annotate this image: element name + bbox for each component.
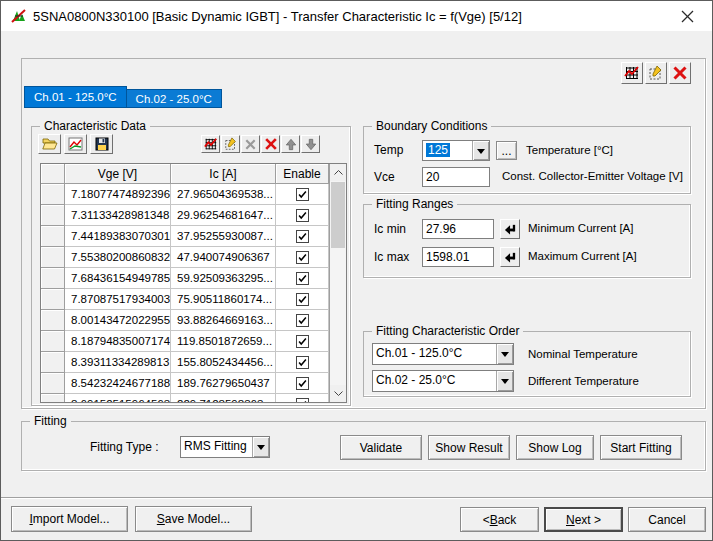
delete-point-button-disabled[interactable] xyxy=(241,135,260,153)
vge-cell[interactable]: 8.00143472022955 xyxy=(65,310,171,331)
different-temp-combobox[interactable]: Ch.02 - 25.0°C xyxy=(372,370,514,392)
ic-cell[interactable]: 93.88264669163... xyxy=(171,310,276,331)
scroll-down-button[interactable] xyxy=(330,385,346,402)
table-scrollbar[interactable] xyxy=(329,164,346,402)
vce-label: Vce xyxy=(374,170,395,184)
delete-all-button[interactable] xyxy=(261,135,280,153)
enable-checkbox[interactable] xyxy=(296,398,309,403)
import-model-button[interactable]: Import Model... xyxy=(11,506,128,532)
row-selector[interactable] xyxy=(41,331,65,352)
row-selector[interactable] xyxy=(41,394,65,402)
enable-cell xyxy=(276,268,329,289)
vce-input[interactable]: 20 xyxy=(422,167,490,187)
enable-checkbox[interactable] xyxy=(296,188,309,201)
ic-min-input[interactable]: 27.96 xyxy=(422,219,494,239)
row-selector[interactable] xyxy=(41,247,65,268)
vge-cell[interactable]: 7.68436154949785 xyxy=(65,268,171,289)
vge-cell[interactable]: 8.54232424677188 xyxy=(65,373,171,394)
row-selector[interactable] xyxy=(41,205,65,226)
row-selector[interactable] xyxy=(41,310,65,331)
show-graph-button[interactable] xyxy=(201,135,220,153)
enable-checkbox[interactable] xyxy=(296,356,309,369)
ic-cell[interactable]: 119.8501872659... xyxy=(171,331,276,352)
temp-combobox[interactable]: 125 xyxy=(422,140,490,161)
ic-cell[interactable]: 75.90511860174... xyxy=(171,289,276,310)
plot-data-button[interactable] xyxy=(64,134,87,154)
next-button[interactable]: Next > xyxy=(544,507,623,532)
save-data-button[interactable] xyxy=(90,134,113,154)
ic-cell[interactable]: 37.95255930087... xyxy=(171,226,276,247)
chevron-down-icon[interactable] xyxy=(496,344,513,364)
vge-cell[interactable]: 8.69152515964563 xyxy=(65,394,171,402)
header-vge[interactable]: Vge [V] xyxy=(65,164,171,184)
vge-cell[interactable]: 8.39311334289813 xyxy=(65,352,171,373)
table-row: 8.0014347202295593.88264669163... xyxy=(41,310,329,331)
enable-checkbox[interactable] xyxy=(296,293,309,306)
vge-cell[interactable]: 7.44189383070301 xyxy=(65,226,171,247)
ic-cell[interactable]: 29.96254681647... xyxy=(171,205,276,226)
row-selector[interactable] xyxy=(41,184,65,205)
open-data-button[interactable] xyxy=(38,134,61,154)
chevron-down-icon[interactable] xyxy=(252,437,269,457)
chevron-down-icon[interactable] xyxy=(472,141,489,160)
vge-cell[interactable]: 8.18794835007174 xyxy=(65,331,171,352)
header-enable[interactable]: Enable xyxy=(276,164,329,184)
close-button[interactable] xyxy=(670,1,704,31)
ic-cell[interactable]: 59.92509363295... xyxy=(171,268,276,289)
move-down-icon xyxy=(305,138,317,151)
fitting-type-combobox[interactable]: RMS Fitting xyxy=(180,436,270,458)
row-selector[interactable] xyxy=(41,352,65,373)
tab-ch02[interactable]: Ch.02 - 25.0°C xyxy=(127,89,222,108)
vge-cell[interactable]: 7.31133428981348 xyxy=(65,205,171,226)
row-selector[interactable] xyxy=(41,373,65,394)
row-selector[interactable] xyxy=(41,226,65,247)
enable-checkbox[interactable] xyxy=(296,209,309,222)
group-label: Fitting Characteristic Order xyxy=(372,324,523,338)
chevron-down-icon[interactable] xyxy=(496,371,513,391)
ic-max-input[interactable]: 1598.01 xyxy=(422,247,494,267)
ic-max-revert-button[interactable] xyxy=(500,247,520,267)
enable-checkbox[interactable] xyxy=(296,230,309,243)
temp-label: Temp xyxy=(374,143,403,157)
show-graph-button[interactable] xyxy=(621,62,643,84)
cancel-button[interactable]: Cancel xyxy=(628,507,706,532)
header-ic[interactable]: Ic [A] xyxy=(171,164,276,184)
tab-ch01[interactable]: Ch.01 - 125.0°C xyxy=(24,86,127,108)
row-selector[interactable] xyxy=(41,268,65,289)
scroll-up-button[interactable] xyxy=(330,164,346,181)
save-model-button[interactable]: Save Model... xyxy=(135,506,252,532)
ic-cell[interactable]: 47.940074906367 xyxy=(171,247,276,268)
show-log-button[interactable]: Show Log xyxy=(516,435,594,460)
vge-cell[interactable]: 7.87087517934003 xyxy=(65,289,171,310)
enable-checkbox[interactable] xyxy=(296,314,309,327)
move-down-button[interactable] xyxy=(301,135,320,153)
temp-more-button[interactable]: ... xyxy=(496,141,517,160)
edit-points-button[interactable] xyxy=(221,135,240,153)
enable-checkbox[interactable] xyxy=(296,272,309,285)
ic-cell[interactable]: 189.76279650437 xyxy=(171,373,276,394)
check-icon xyxy=(297,252,308,263)
nominal-temp-combobox[interactable]: Ch.01 - 125.0°C xyxy=(372,343,514,365)
start-fitting-button[interactable]: Start Fitting xyxy=(600,435,682,460)
header-corner xyxy=(41,164,65,184)
ic-min-revert-button[interactable] xyxy=(500,219,520,239)
enable-checkbox[interactable] xyxy=(296,335,309,348)
move-up-button[interactable] xyxy=(281,135,300,153)
row-selector[interactable] xyxy=(41,289,65,310)
edit-points-icon xyxy=(224,137,238,151)
scrollbar-thumb[interactable] xyxy=(331,182,345,248)
open-data-icon xyxy=(42,137,58,151)
vge-cell[interactable]: 7.55380200860832 xyxy=(65,247,171,268)
ic-cell[interactable]: 229.7128598363... xyxy=(171,394,276,402)
check-icon xyxy=(297,315,308,326)
ic-cell[interactable]: 155.8052434456... xyxy=(171,352,276,373)
enable-checkbox[interactable] xyxy=(296,377,309,390)
validate-button[interactable]: Validate xyxy=(340,435,422,460)
ic-cell[interactable]: 27.96504369538... xyxy=(171,184,276,205)
vge-cell[interactable]: 7.18077474892396 xyxy=(65,184,171,205)
delete-all-button[interactable] xyxy=(669,62,691,84)
edit-points-button[interactable] xyxy=(645,62,667,84)
enable-checkbox[interactable] xyxy=(296,251,309,264)
back-button[interactable]: < Back xyxy=(460,507,539,532)
show-result-button[interactable]: Show Result xyxy=(428,435,510,460)
